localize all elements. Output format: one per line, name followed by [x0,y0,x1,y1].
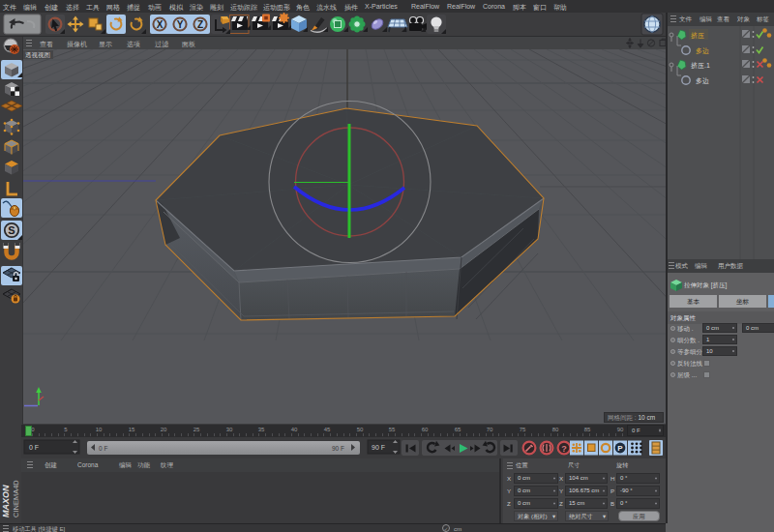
svg-text:0 F: 0 F [99,445,107,452]
svg-text:挤压.1: 挤压.1 [691,62,710,70]
svg-text:P: P [617,444,623,453]
svg-text:挤压: 挤压 [691,32,704,40]
svg-text:0 F: 0 F [29,444,39,451]
svg-text:Z: Z [197,19,203,30]
svg-text:多边: 多边 [696,47,709,55]
svg-text:?: ? [561,444,567,454]
svg-text:S: S [8,224,15,236]
svg-text:多边: 多边 [696,77,709,85]
svg-text:90 F: 90 F [332,445,344,452]
svg-text:Y: Y [177,19,184,30]
svg-text:90 F: 90 F [372,444,385,451]
svg-text:CINEMA4D: CINEMA4D [12,480,20,517]
svg-text:MAXON: MAXON [1,485,11,517]
svg-text:X: X [157,19,164,30]
